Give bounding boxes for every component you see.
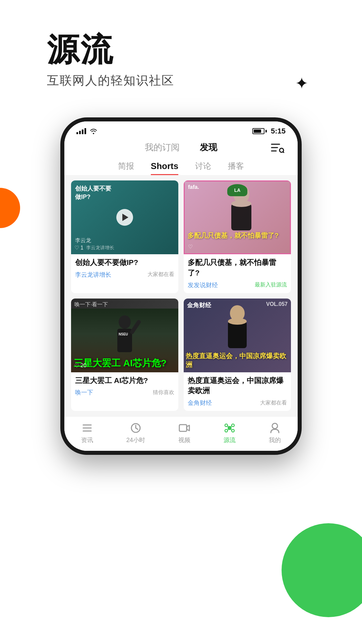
svg-point-32	[272, 423, 278, 429]
card-badge-3: 猜你喜欢	[153, 389, 174, 396]
card-badge-4: 大家都在看	[260, 399, 287, 407]
tab-discover[interactable]: 发现	[200, 142, 217, 155]
status-right: 5:15	[252, 127, 286, 136]
svg-marker-22	[187, 425, 189, 431]
video-thumb-4: 金角财经 VOL.057 热度直逼奥运会，中国凉席爆卖欧洲 ♡	[184, 299, 291, 372]
svg-point-24	[225, 424, 228, 427]
svg-line-20	[136, 428, 138, 429]
nav-24h[interactable]: 24小时	[126, 422, 145, 444]
app-subtitle: 互联网人的轻知识社区	[47, 72, 174, 89]
source-icon	[224, 422, 236, 434]
nav-news[interactable]: 资讯	[81, 422, 93, 444]
card-title-3: 三星大罢工 AI芯片危?	[75, 376, 174, 386]
phone-inner: 5:15 我的订阅 发现 简报	[64, 121, 298, 451]
nav-source-label: 源流	[224, 436, 236, 444]
status-bar: 5:15	[64, 121, 298, 138]
card-title-1: 创始人要不要做IP?	[75, 258, 174, 268]
bg-orange-circle	[0, 188, 20, 228]
phone-mockup: 5:15 我的订阅 发现 简报	[60, 117, 302, 455]
card-author-1: 李云龙讲增长	[75, 271, 111, 279]
svg-point-7	[231, 200, 251, 207]
svg-point-8	[119, 315, 131, 329]
nav-tabs: 我的订阅 发现	[64, 138, 298, 158]
svg-rect-21	[179, 425, 187, 431]
svg-line-11	[132, 322, 139, 332]
signal-icon	[76, 128, 86, 134]
status-left	[76, 128, 98, 134]
sub-tab-shorts[interactable]: Shorts	[151, 161, 178, 175]
svg-line-29	[231, 426, 232, 427]
card-info-3: 三星大罢工 AI芯片危? 唤一下 猜你喜欢	[71, 372, 178, 401]
sub-tab-podcast[interactable]: 播客	[228, 161, 244, 175]
video-thumb-3: 唤一下·看一下 NSEU	[71, 299, 178, 372]
video-icon	[178, 422, 190, 434]
clock-icon	[130, 422, 142, 434]
battery-icon	[252, 128, 267, 134]
card-meta-2: 发发说财经 最新入驻源流	[188, 281, 287, 289]
sub-tab-brief[interactable]: 简报	[118, 161, 134, 175]
svg-text:NSEU: NSEU	[119, 332, 128, 336]
presenter-figure	[221, 305, 254, 352]
svg-point-27	[232, 429, 234, 432]
svg-line-30	[228, 429, 228, 430]
card-badge-2: 最新入驻源流	[255, 281, 287, 288]
card-info-4: 热度直逼奥运会，中国凉席爆卖欧洲 金角财经 大家都在看	[184, 372, 291, 411]
user-icon	[269, 422, 281, 434]
svg-rect-13	[228, 321, 247, 348]
like-count-2: ♡	[188, 244, 193, 250]
svg-point-14	[228, 318, 247, 325]
svg-line-4	[283, 152, 284, 153]
like-count-1: ♡ 1 李云龙讲增长	[74, 245, 114, 251]
nav-news-label: 资讯	[81, 436, 93, 444]
card-meta-3: 唤一下 猜你喜欢	[75, 388, 174, 396]
hero-section: 源流 互联网人的轻知识社区	[47, 34, 174, 89]
svg-point-25	[232, 424, 234, 427]
video-thumb-1: 创始人要不要做IP? 李云龙 ♡ 1 李云龙讲增长	[71, 180, 178, 254]
bottom-nav: 资讯 24小时	[64, 416, 298, 451]
card-meta-4: 金角财经 大家都在看	[188, 399, 287, 407]
play-button-1[interactable]	[116, 209, 133, 226]
nav-video-label: 视频	[178, 436, 190, 444]
app-title: 源流	[47, 34, 174, 66]
phone-outer: 5:15 我的订阅 发现 简报	[60, 117, 302, 455]
card-author-3: 唤一下	[75, 388, 93, 396]
person-raised-arm: NSEU	[108, 315, 141, 359]
card-author-4: 金角财经	[188, 399, 212, 407]
bg-green-shape	[282, 523, 362, 617]
tab-subscription[interactable]: 我的订阅	[145, 142, 180, 155]
video-thumb-2: fafa. LA 多配几只债基，就不怕暴雷了?	[184, 180, 291, 254]
sub-tabs: 简报 Shorts 讨论 播客	[64, 158, 298, 175]
card-meta-1: 李云龙讲增长 大家都在看	[75, 271, 174, 279]
svg-line-31	[231, 429, 232, 430]
card-title-4: 热度直逼奥运会，中国凉席爆卖欧洲	[188, 376, 287, 396]
search-filter-icon[interactable]	[270, 142, 284, 154]
like-count-4: ♡	[187, 363, 192, 369]
video-card-1[interactable]: 创始人要不要做IP? 李云龙 ♡ 1 李云龙讲增长	[71, 180, 178, 293]
video-card-3[interactable]: 唤一下·看一下 NSEU	[71, 299, 178, 411]
status-time: 5:15	[271, 127, 286, 136]
svg-rect-6	[231, 204, 251, 230]
card-title-2: 多配几只债基，就不怕暴雷了?	[188, 258, 287, 278]
card-badge-1: 大家都在看	[147, 271, 174, 278]
nav-source[interactable]: 源流	[224, 422, 236, 444]
card-info-2: 多配几只债基，就不怕暴雷了? 发发说财经 最新入驻源流	[184, 254, 291, 293]
video-card-2[interactable]: fafa. LA 多配几只债基，就不怕暴雷了?	[184, 180, 291, 293]
wifi-icon	[89, 128, 98, 134]
like-count-3: ♡ 20	[74, 363, 86, 369]
nav-me-label: 我的	[269, 436, 281, 444]
nav-video[interactable]: 视频	[178, 422, 190, 444]
card-author-2: 发发说财经	[188, 281, 218, 289]
svg-point-26	[225, 429, 228, 432]
card-info-1: 创始人要不要做IP? 李云龙讲增长 大家都在看	[71, 254, 178, 283]
nav-24h-label: 24小时	[126, 436, 145, 444]
menu-icon	[81, 422, 93, 434]
content-grid: 创始人要不要做IP? 李云龙 ♡ 1 李云龙讲增长	[64, 175, 298, 416]
star-decoration: ✦	[295, 74, 308, 93]
sub-tab-discuss[interactable]: 讨论	[195, 161, 211, 175]
video-card-4[interactable]: 金角财经 VOL.057 热度直逼奥运会，中国凉席爆卖欧洲 ♡	[184, 299, 291, 411]
nav-me[interactable]: 我的	[269, 422, 281, 444]
svg-line-28	[228, 426, 228, 427]
